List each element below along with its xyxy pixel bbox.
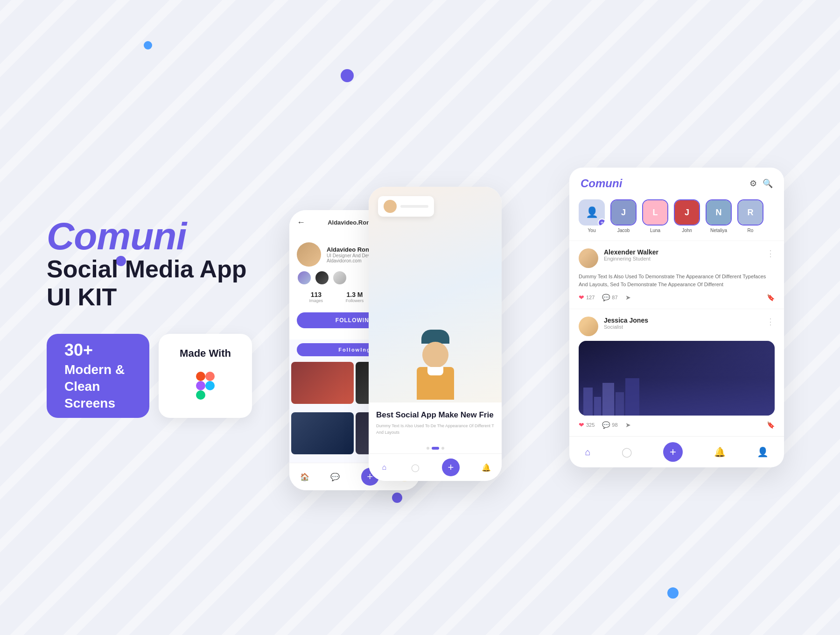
dot-2-active: [432, 447, 439, 450]
post-2-share-btn[interactable]: ➤: [625, 421, 631, 429]
stat-followers: 1.3 M Followers: [336, 291, 374, 303]
feed-nav-home-icon[interactable]: ⌂: [379, 463, 389, 472]
settings-icon[interactable]: ⚙: [749, 178, 757, 189]
comuni-header: Comuni ⚙ 🔍: [569, 168, 784, 196]
netaliya-avatar-img: N: [707, 200, 731, 225]
post-1-comment-btn[interactable]: 💬 87: [602, 294, 617, 301]
feed-hero-title: Best Social App Make New Frie: [376, 410, 494, 420]
post-1-user-name: Alexender Walker: [604, 248, 761, 256]
post-2-avatar: [579, 317, 598, 336]
profile-grid-img-1: [291, 362, 354, 404]
comuni-app: Comuni ⚙ 🔍 👤 + You: [569, 168, 784, 467]
post-1-avatar: [579, 248, 598, 268]
svg-rect-1: [205, 372, 215, 381]
building-1: [583, 388, 593, 416]
follower-avatar-2: [315, 270, 329, 285]
left-section: Comuni Social Media App UI KIT 30+ Moder…: [47, 217, 252, 418]
comuni-bottom-nav: ⌂ ◯ + 🔔 👤: [569, 436, 784, 467]
john-avatar-img: J: [675, 200, 699, 225]
made-with-badge: Made With: [159, 334, 252, 418]
post-card-2: Jessica Jones Socialist ⋮: [569, 309, 784, 436]
building-5: [625, 378, 639, 416]
story-name-jacob: Jacob: [617, 228, 630, 233]
comuni-nav-bell-icon[interactable]: 🔔: [714, 446, 726, 458]
post-2-comment-btn[interactable]: 💬 98: [602, 421, 617, 429]
stat-images: 113 Images: [297, 291, 336, 303]
luna-avatar-img: L: [643, 200, 667, 225]
post-1-actions: ❤ 127 💬 87 ➤ 🔖: [579, 294, 775, 301]
story-jacob[interactable]: J Jacob: [610, 199, 637, 233]
story-avatar-jacob: J: [610, 199, 637, 226]
comuni-nav-home-icon[interactable]: ⌂: [585, 447, 590, 458]
feed-phone: Best Social App Make New Frie Dummy Text…: [369, 187, 502, 481]
post-2-image: [579, 341, 775, 416]
story-you[interactable]: 👤 + You: [579, 199, 605, 233]
comuni-nav-chat-icon[interactable]: ◯: [622, 446, 632, 458]
story-luna[interactable]: L Luna: [642, 199, 668, 233]
post-1-like-btn[interactable]: ❤ 127: [579, 294, 595, 301]
story-netaliya[interactable]: N Netaliya: [706, 199, 732, 233]
building-2: [594, 397, 601, 416]
post-card-1: Alexender Walker Enginnering Student ⋮ D…: [569, 240, 784, 309]
bookmark-icon: 🔖: [767, 294, 775, 301]
badge-description: Modern & Clean Screens: [64, 361, 132, 412]
story-name-john: John: [682, 228, 692, 233]
post-1-text: Dummy Text Is Also Used To Demonstrate T…: [579, 273, 775, 288]
building-4: [616, 392, 624, 416]
post-2-user-role: Socialist: [604, 324, 761, 330]
post-1-more-icon[interactable]: ⋮: [766, 248, 775, 259]
feed-nav-chat-icon[interactable]: ◯: [411, 463, 420, 472]
post-2-actions: ❤ 325 💬 98 ➤ 🔖: [579, 421, 775, 429]
figma-logo: [191, 367, 219, 404]
post-1-bookmark-btn[interactable]: 🔖: [767, 294, 775, 301]
post-1-user-role: Enginnering Student: [604, 256, 761, 261]
feed-illustration: [369, 187, 502, 402]
back-arrow-icon[interactable]: ←: [297, 218, 305, 227]
stat-followers-label: Followers: [336, 298, 374, 303]
comuni-nav-user-icon[interactable]: 👤: [757, 446, 769, 458]
comment-icon-2: 💬: [602, 421, 610, 429]
share-icon-2: ➤: [625, 421, 631, 429]
feed-screen: Best Social App Make New Frie Dummy Text…: [369, 187, 502, 481]
feed-nav-bell-icon[interactable]: 🔔: [482, 463, 491, 472]
post-1-share-btn[interactable]: ➤: [625, 294, 631, 301]
like-icon: ❤: [579, 294, 584, 301]
feed-nav-plus-button[interactable]: +: [442, 459, 460, 476]
share-icon: ➤: [625, 294, 631, 301]
comuni-header-icons: ⚙ 🔍: [749, 178, 773, 189]
profile-nav-chat-icon[interactable]: 💬: [330, 472, 340, 481]
story-ro[interactable]: R Ro: [737, 199, 763, 233]
stat-images-label: Images: [297, 298, 336, 303]
city-buildings: [579, 378, 775, 416]
dot-1: [427, 447, 429, 450]
feed-phone-nav: ⌂ ◯ + 🔔: [369, 453, 502, 481]
floating-card-avatar: [384, 200, 397, 213]
story-john[interactable]: J John: [674, 199, 700, 233]
jacob-avatar-img: J: [611, 200, 636, 225]
post-2-bookmark-btn[interactable]: 🔖: [767, 421, 775, 429]
stat-images-num: 113: [297, 291, 336, 298]
comuni-nav-plus-button[interactable]: +: [663, 442, 683, 462]
brand-name: Comuni: [47, 217, 252, 255]
made-with-label: Made With: [180, 347, 231, 360]
char-body: [417, 367, 454, 400]
svg-rect-2: [196, 381, 205, 390]
search-icon[interactable]: 🔍: [763, 178, 773, 189]
story-name-luna: Luna: [650, 228, 660, 233]
post-2-like-count: 325: [586, 422, 595, 428]
profile-grid-img-3: [291, 412, 354, 454]
svg-point-4: [205, 381, 215, 390]
story-plus-badge: +: [598, 219, 605, 226]
dots-indicator: [369, 443, 502, 453]
story-avatar-luna: L: [642, 199, 668, 226]
dot-3: [441, 447, 444, 450]
post-2-like-btn[interactable]: ❤ 325: [579, 421, 595, 429]
post-2-comment-count: 98: [612, 422, 617, 428]
svg-rect-0: [196, 372, 205, 381]
profile-nav-home-icon[interactable]: 🏠: [300, 472, 309, 481]
svg-rect-3: [196, 390, 205, 400]
right-section: Comuni ⚙ 🔍 👤 + You: [569, 168, 793, 467]
story-avatar-you: 👤 +: [579, 199, 605, 226]
post-2-more-icon[interactable]: ⋮: [766, 317, 775, 327]
building-3: [602, 383, 614, 416]
